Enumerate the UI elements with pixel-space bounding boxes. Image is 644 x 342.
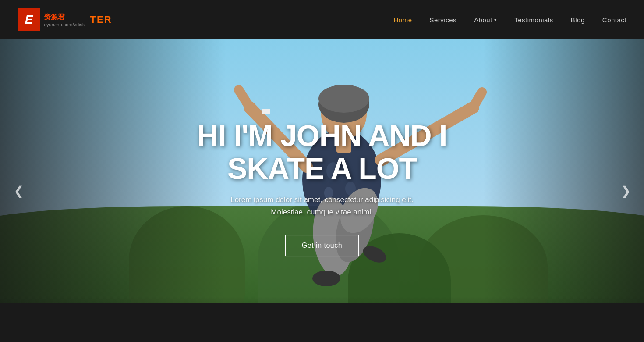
logo-chinese: 资源君: [44, 13, 85, 22]
svg-line-8: [239, 90, 250, 107]
logo-site-name: TER: [90, 14, 112, 25]
svg-line-10: [473, 92, 482, 107]
hero-content: HI I'M JOHN AND I SKATE A LOT Lorem ipsu…: [191, 119, 453, 256]
get-in-touch-button[interactable]: Get in touch: [285, 235, 359, 256]
logo-area: E 资源君 eyunzhu.com/vdisk TER: [18, 8, 112, 31]
svg-rect-17: [262, 109, 270, 114]
hero-subtitle: Lorem ipsum dolor sit amet, consectetur …: [191, 194, 453, 219]
nav-about[interactable]: About ▾: [474, 16, 497, 24]
nav-blog[interactable]: Blog: [571, 16, 585, 24]
hero-title: HI I'M JOHN AND I SKATE A LOT: [191, 119, 453, 185]
next-slide-button[interactable]: ❯: [616, 181, 635, 200]
prev-slide-button[interactable]: ❮: [9, 181, 28, 200]
header: E 资源君 eyunzhu.com/vdisk TER Home Service…: [0, 0, 644, 39]
chevron-down-icon: ▾: [494, 17, 497, 23]
svg-point-14: [312, 271, 340, 286]
footer-bar: [0, 303, 644, 342]
logo-url: eyunzhu.com/vdisk: [44, 22, 85, 27]
svg-point-6: [318, 85, 369, 113]
hero-section: HI I'M JOHN AND I SKATE A LOT Lorem ipsu…: [0, 39, 644, 342]
logo-text: 资源君 eyunzhu.com/vdisk: [44, 13, 85, 27]
nav-home[interactable]: Home: [393, 16, 412, 24]
nav: Home Services About ▾ Testimonials Blog …: [393, 16, 626, 24]
nav-services[interactable]: Services: [430, 16, 457, 24]
logo-icon: E: [18, 8, 40, 31]
nav-testimonials[interactable]: Testimonials: [514, 16, 553, 24]
nav-contact[interactable]: Contact: [602, 16, 626, 24]
